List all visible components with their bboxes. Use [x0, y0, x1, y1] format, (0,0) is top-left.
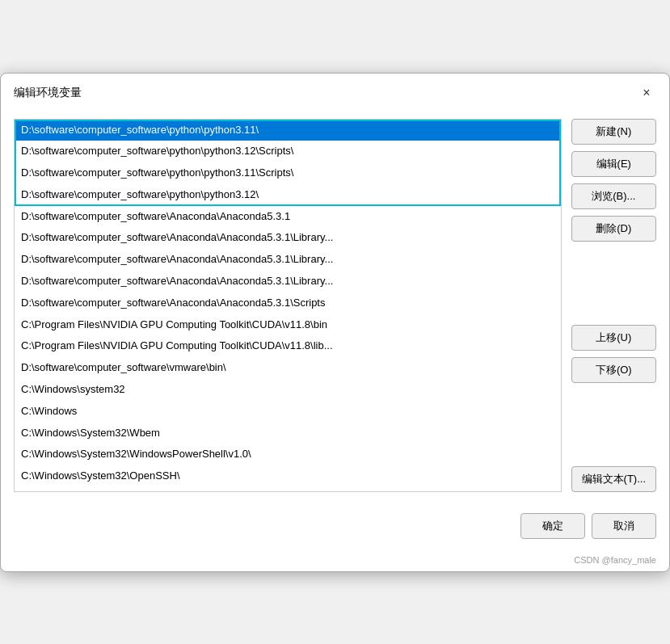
list-item[interactable]: C:\Windows\System32\Wbem [15, 423, 561, 444]
list-item[interactable]: D:\software\computer_software\python\pyt… [15, 184, 561, 206]
list-scroll-area[interactable]: D:\software\computer_software\python\pyt… [15, 120, 561, 491]
list-item[interactable]: C:\Program Files\NVIDIA Corporation\NVID… [15, 487, 561, 490]
list-item[interactable]: D:\software\computer_software\python\pyt… [15, 141, 561, 162]
list-item[interactable]: C:\Windows\System32\WindowsPowerShell\v1… [15, 444, 561, 465]
list-item[interactable]: D:\software\computer_software\Anaconda\A… [15, 206, 561, 228]
list-item[interactable]: C:\Windows\system32 [15, 379, 561, 401]
confirm-button[interactable]: 确定 [520, 513, 585, 539]
list-item[interactable]: C:\Windows [15, 401, 561, 423]
delete-button[interactable]: 删除(D) [571, 216, 656, 242]
list-item[interactable]: C:\Program Files\NVIDIA GPU Computing To… [15, 314, 561, 336]
bottom-bar: 确定 取消 [1, 505, 669, 552]
highlighted-group: D:\software\computer_software\python\pyt… [15, 120, 561, 206]
move-up-button[interactable]: 上移(U) [571, 325, 656, 351]
list-item[interactable]: C:\Windows\System32\OpenSSH\ [15, 465, 561, 487]
watermark: CSDN @fancy_male [1, 552, 669, 571]
list-item[interactable]: D:\software\computer_software\Anaconda\A… [15, 227, 561, 249]
cancel-button[interactable]: 取消 [592, 513, 656, 539]
new-button[interactable]: 新建(N) [571, 119, 656, 145]
edit-env-var-dialog: 编辑环境变量 × D:\software\computer_software\p… [0, 73, 670, 572]
edit-button[interactable]: 编辑(E) [571, 151, 656, 177]
list-item[interactable]: D:\software\computer_software\vmware\bin… [15, 357, 561, 379]
env-list-container: D:\software\computer_software\python\pyt… [14, 119, 562, 492]
list-item[interactable]: D:\software\computer_software\Anaconda\A… [15, 293, 561, 314]
list-item[interactable]: D:\software\computer_software\python\pyt… [15, 120, 561, 141]
list-item[interactable]: C:\Program Files\NVIDIA GPU Computing To… [15, 335, 561, 357]
title-bar: 编辑环境变量 × [1, 74, 669, 111]
list-item[interactable]: D:\software\computer_software\Anaconda\A… [15, 271, 561, 293]
browse-button[interactable]: 浏览(B)... [571, 183, 656, 209]
dialog-content: D:\software\computer_software\python\pyt… [1, 111, 669, 505]
close-button[interactable]: × [637, 83, 656, 103]
edit-text-button[interactable]: 编辑文本(T)... [571, 466, 656, 492]
move-down-button[interactable]: 下移(O) [571, 357, 656, 383]
dialog-title: 编辑环境变量 [14, 86, 82, 100]
list-item[interactable]: D:\software\computer_software\python\pyt… [15, 162, 561, 184]
buttons-panel: 新建(N) 编辑(E) 浏览(B)... 删除(D) 上移(U) 下移(O) 编… [571, 119, 656, 492]
list-item[interactable]: D:\software\computer_software\Anaconda\A… [15, 249, 561, 271]
